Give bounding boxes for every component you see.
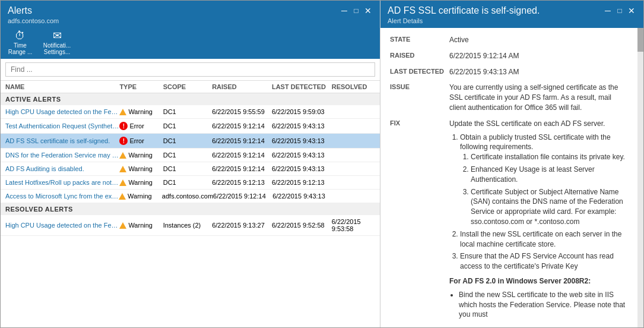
- fix-step-1: Obtain a publicly trusted SSL certificat…: [460, 133, 628, 227]
- row-name: AD FS SSL certificate is self-signed.: [5, 137, 119, 144]
- column-scope: SCOPE: [163, 83, 212, 90]
- raised-label: RAISED: [390, 51, 449, 59]
- search-bar: [1, 59, 380, 81]
- row-type: ! Error: [119, 137, 163, 145]
- left-panel: Alerts adfs.contoso.com ─ □ ✕ ⏱ TimeRang…: [1, 1, 380, 327]
- row-type: Warning: [119, 165, 163, 172]
- row-type: Warning: [119, 222, 163, 229]
- warning-icon: [119, 179, 126, 186]
- state-row: STATE Active: [390, 35, 628, 45]
- time-range-label: TimeRange ...: [8, 42, 33, 55]
- fix-bold: For AD FS 2.0 in Windows Server 2008R2:: [449, 277, 591, 285]
- row-name: High CPU Usage detected on the Feder...: [5, 222, 119, 229]
- table-row[interactable]: AD FS SSL certificate is self-signed. ! …: [1, 134, 380, 149]
- table-row[interactable]: Latest Hotfixes/Roll up packs are not in…: [1, 176, 380, 190]
- list-body: ACTIVE ALERTS High CPU Usage detected on…: [1, 93, 380, 327]
- row-name: AD FS Auditing is disabled.: [5, 165, 119, 172]
- state-label: STATE: [390, 35, 449, 43]
- row-scope: DC1: [163, 122, 212, 130]
- fix-step-1-sub-2: Enhanced Key Usage is at least Server Au…: [471, 165, 628, 185]
- error-icon: !: [119, 137, 128, 145]
- table-row[interactable]: High CPU Usage detected on the Feder... …: [1, 105, 380, 119]
- app-window: Alerts adfs.contoso.com ─ □ ✕ ⏱ TimeRang…: [0, 0, 644, 328]
- left-header: Alerts adfs.contoso.com ─ □ ✕: [1, 1, 380, 28]
- main-content: Alerts adfs.contoso.com ─ □ ✕ ⏱ TimeRang…: [1, 1, 643, 327]
- table-row[interactable]: Test Authentication Request (Synthetic..…: [1, 119, 380, 134]
- warning-icon: [119, 166, 126, 172]
- warning-icon: [119, 222, 126, 229]
- right-minimize-button[interactable]: ─: [603, 7, 613, 15]
- notification-settings-button[interactable]: ✉ Notificati...Settings...: [42, 30, 72, 55]
- row-resolved: 6/22/2015 9:53:58: [332, 218, 375, 232]
- row-last-detected: 6/22/2015 9:43:13: [272, 165, 332, 172]
- last-detected-label: LAST DETECTED: [390, 67, 449, 75]
- scrollbar-thumb: [637, 28, 643, 52]
- table-row[interactable]: Access to Microsoft Lync from the extra.…: [1, 190, 380, 203]
- row-type: Warning: [119, 108, 163, 115]
- table-row[interactable]: DNS for the Federation Service may be...…: [1, 149, 380, 162]
- row-type: Warning: [119, 193, 162, 200]
- issue-row: ISSUE You are currently using a self-sig…: [390, 83, 628, 112]
- row-name: DNS for the Federation Service may be...: [5, 152, 119, 159]
- right-panel: AD FS SSL certificate is self-signed. Al…: [380, 1, 643, 327]
- issue-value: You are currently using a self-signed ce…: [449, 83, 628, 112]
- row-scope: DC1: [163, 137, 212, 144]
- column-resolved: RESOLVED: [332, 83, 375, 90]
- close-button[interactable]: ✕: [363, 7, 373, 15]
- row-raised: 6/22/2015 9:12:14: [212, 165, 272, 172]
- fix-bullet-1: Bind the new SSL certificate to the web …: [459, 290, 628, 320]
- issue-label: ISSUE: [390, 83, 449, 90]
- fix-intro: Update the SSL certificate on each AD FS…: [449, 119, 628, 129]
- row-raised: 6/22/2015 9:12:14: [212, 152, 272, 159]
- right-close-button[interactable]: ✕: [627, 7, 636, 15]
- error-icon: !: [119, 122, 128, 130]
- detail-body: STATE Active RAISED 6/22/2015 9:12:14 AM…: [380, 28, 637, 327]
- column-name: NAME: [5, 83, 119, 90]
- row-scope: Instances (2): [163, 222, 212, 229]
- row-last-detected: 6/22/2015 9:43:13: [272, 193, 332, 200]
- fix-value: Update the SSL certificate on each AD FS…: [449, 119, 628, 322]
- time-range-button[interactable]: ⏱ TimeRange ...: [5, 30, 35, 55]
- fix-step-3: Ensure that the AD FS Service Account ha…: [460, 251, 628, 272]
- row-last-detected: 6/22/2015 9:59:03: [272, 108, 332, 115]
- fix-step-2: Install the new SSL certificate on each …: [460, 229, 628, 250]
- restore-button[interactable]: □: [351, 7, 361, 15]
- table-row[interactable]: High CPU Usage detected on the Feder... …: [1, 215, 380, 236]
- list-header: NAME TYPE SCOPE RAISED LAST DETECTED RES…: [1, 81, 380, 93]
- warning-icon: [119, 193, 126, 200]
- right-header: AD FS SSL certificate is self-signed. Al…: [380, 1, 643, 28]
- column-raised: RAISED: [212, 83, 272, 90]
- left-panel-title: Alerts: [8, 5, 59, 16]
- raised-value: 6/22/2015 9:12:14 AM: [449, 51, 628, 61]
- row-type: ! Error: [119, 122, 163, 130]
- right-restore-button[interactable]: □: [615, 7, 624, 15]
- row-raised: 6/22/2015 9:55:59: [212, 108, 272, 115]
- row-name: Test Authentication Request (Synthetic..…: [5, 122, 119, 130]
- row-last-detected: 6/22/2015 9:43:13: [272, 152, 332, 159]
- notification-label: Notificati...Settings...: [43, 42, 71, 55]
- row-name: Access to Microsoft Lync from the extra.…: [5, 193, 119, 200]
- active-alerts-section-header: ACTIVE ALERTS: [1, 93, 380, 105]
- last-detected-row: LAST DETECTED 6/22/2015 9:43:13 AM: [390, 67, 628, 77]
- row-name: Latest Hotfixes/Roll up packs are not in…: [5, 179, 119, 186]
- row-raised: 6/22/2015 9:12:14: [213, 193, 272, 200]
- search-input[interactable]: [5, 62, 375, 77]
- right-scrollbar[interactable]: [637, 28, 643, 327]
- table-row[interactable]: AD FS Auditing is disabled. Warning DC1 …: [1, 162, 380, 176]
- row-last-detected: 6/22/2015 9:52:58: [272, 222, 332, 229]
- resolved-alerts-section-header: RESOLVED ALERTS: [1, 203, 380, 215]
- row-type: Warning: [119, 179, 163, 186]
- row-last-detected: 6/22/2015 9:43:13: [272, 137, 332, 144]
- column-type: TYPE: [119, 83, 163, 90]
- state-value: Active: [449, 35, 628, 45]
- row-scope: DC1: [163, 108, 212, 115]
- fix-bullets: Bind the new SSL certificate to the web …: [449, 290, 628, 320]
- fix-step-1-sub-3: Certificate Subject or Subject Alternati…: [471, 187, 628, 227]
- fix-list: Obtain a publicly trusted SSL certificat…: [449, 133, 628, 272]
- right-panel-title: AD FS SSL certificate is self-signed.: [388, 5, 540, 16]
- row-raised: 6/22/2015 9:13:27: [212, 222, 272, 229]
- time-range-icon: ⏱: [15, 30, 26, 41]
- last-detected-value: 6/22/2015 9:43:13 AM: [449, 67, 628, 77]
- notification-icon: ✉: [53, 30, 62, 41]
- minimize-button[interactable]: ─: [340, 7, 349, 15]
